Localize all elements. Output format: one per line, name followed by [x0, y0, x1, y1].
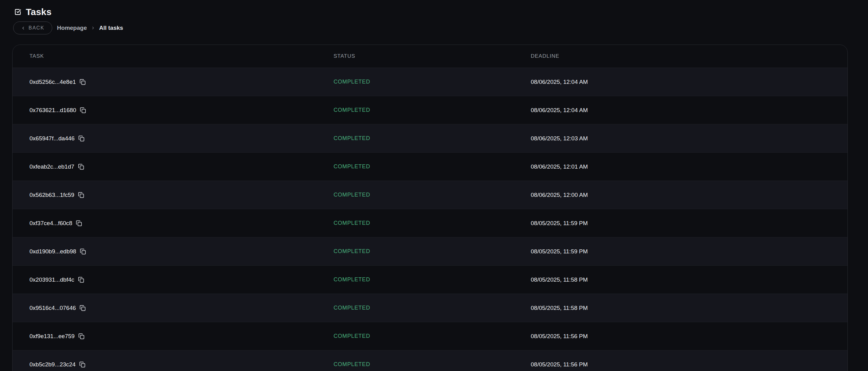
- breadcrumb-homepage[interactable]: Homepage: [57, 25, 87, 31]
- status-badge: COMPLETED: [334, 361, 370, 367]
- deadline-cell: 08/06/2025, 12:04 AM: [531, 79, 831, 85]
- copy-icon[interactable]: [78, 333, 85, 339]
- copy-icon[interactable]: [76, 220, 82, 226]
- task-cell: 0x562b63...1fc59: [30, 192, 334, 198]
- status-badge: COMPLETED: [334, 135, 370, 141]
- status-badge: COMPLETED: [334, 248, 370, 254]
- table-row[interactable]: 0x203931...dbf4c COMPLETED 08/05/2025, 1…: [12, 265, 847, 293]
- nav-row: BACK Homepage All tasks: [13, 22, 868, 34]
- status-badge: COMPLETED: [334, 163, 370, 169]
- task-cell: 0xf9e131...ee759: [30, 333, 334, 340]
- copy-icon[interactable]: [78, 277, 84, 283]
- task-cell: 0x763621...d1680: [30, 107, 334, 114]
- status-cell: COMPLETED: [334, 220, 531, 226]
- table-row[interactable]: 0x763621...d1680 COMPLETED 08/06/2025, 1…: [12, 96, 847, 124]
- task-cell: 0x65947f...da446: [30, 135, 334, 142]
- table-row[interactable]: 0x9516c4...07646 COMPLETED 08/05/2025, 1…: [12, 293, 847, 322]
- deadline-text: 08/05/2025, 11:56 PM: [531, 361, 588, 368]
- status-cell: COMPLETED: [334, 305, 531, 311]
- deadline-text: 08/05/2025, 11:58 PM: [531, 305, 588, 311]
- back-label: BACK: [29, 26, 44, 30]
- task-id: 0x203931...dbf4c: [30, 276, 74, 283]
- chevron-right-icon: [91, 26, 95, 30]
- status-cell: COMPLETED: [334, 192, 531, 198]
- deadline-text: 08/05/2025, 11:59 PM: [531, 220, 588, 226]
- task-cell: 0xd5256c...4e8e1: [30, 79, 334, 85]
- square-check-icon: [14, 9, 21, 16]
- copy-icon[interactable]: [80, 305, 86, 311]
- breadcrumb: Homepage All tasks: [57, 25, 123, 31]
- task-id: 0xfeab2c...eb1d7: [30, 163, 74, 170]
- task-id: 0xd5256c...4e8e1: [30, 79, 76, 85]
- task-cell: 0xd190b9...edb98: [30, 248, 334, 255]
- status-badge: COMPLETED: [334, 220, 370, 226]
- status-cell: COMPLETED: [334, 163, 531, 170]
- status-cell: COMPLETED: [334, 107, 531, 113]
- task-id: 0x562b63...1fc59: [30, 192, 74, 198]
- deadline-cell: 08/05/2025, 11:56 PM: [531, 361, 831, 368]
- status-badge: COMPLETED: [334, 276, 370, 283]
- task-id: 0x65947f...da446: [30, 135, 75, 142]
- tasks-page: Tasks BACK Homepage All tasks TASK STATU…: [0, 0, 868, 371]
- deadline-cell: 08/05/2025, 11:58 PM: [531, 305, 831, 311]
- deadline-text: 08/05/2025, 11:59 PM: [531, 248, 588, 255]
- deadline-cell: 08/06/2025, 12:04 AM: [531, 107, 831, 114]
- copy-icon[interactable]: [78, 164, 84, 170]
- status-cell: COMPLETED: [334, 276, 531, 283]
- column-header-task: TASK: [30, 53, 334, 59]
- table-row[interactable]: 0x562b63...1fc59 COMPLETED 08/06/2025, 1…: [12, 181, 847, 209]
- task-id: 0x9516c4...07646: [30, 305, 76, 311]
- breadcrumb-all-tasks: All tasks: [99, 25, 123, 31]
- status-cell: COMPLETED: [334, 248, 531, 255]
- task-cell: 0xb5c2b9...23c24: [30, 361, 334, 368]
- status-cell: COMPLETED: [334, 79, 531, 85]
- deadline-text: 08/05/2025, 11:56 PM: [531, 333, 588, 339]
- status-cell: COMPLETED: [334, 361, 531, 368]
- deadline-text: 08/06/2025, 12:04 AM: [531, 79, 588, 85]
- chevron-left-icon: [21, 26, 26, 30]
- task-cell: 0x203931...dbf4c: [30, 276, 334, 283]
- copy-icon[interactable]: [78, 135, 85, 142]
- deadline-cell: 08/06/2025, 12:01 AM: [531, 163, 831, 170]
- task-id: 0xf9e131...ee759: [30, 333, 75, 340]
- status-badge: COMPLETED: [334, 107, 370, 113]
- status-cell: COMPLETED: [334, 333, 531, 339]
- table-header-row: TASK STATUS DEADLINE: [12, 45, 847, 68]
- deadline-text: 08/06/2025, 12:04 AM: [531, 107, 588, 113]
- table-row[interactable]: 0xf9e131...ee759 COMPLETED 08/05/2025, 1…: [12, 322, 847, 350]
- tasks-table-card: TASK STATUS DEADLINE 0xd5256c...4e8e1 CO…: [12, 44, 848, 371]
- status-badge: COMPLETED: [334, 333, 370, 339]
- deadline-text: 08/06/2025, 12:01 AM: [531, 163, 588, 170]
- task-id: 0xd190b9...edb98: [30, 248, 76, 255]
- back-button[interactable]: BACK: [13, 22, 52, 34]
- deadline-text: 08/05/2025, 11:58 PM: [531, 276, 588, 283]
- table-row[interactable]: 0xfeab2c...eb1d7 COMPLETED 08/06/2025, 1…: [12, 152, 847, 181]
- task-id: 0xb5c2b9...23c24: [30, 361, 75, 368]
- column-header-deadline: DEADLINE: [531, 53, 831, 59]
- table-row[interactable]: 0xb5c2b9...23c24 COMPLETED 08/05/2025, 1…: [12, 350, 847, 371]
- status-cell: COMPLETED: [334, 135, 531, 142]
- copy-icon[interactable]: [80, 107, 86, 113]
- copy-icon[interactable]: [79, 362, 85, 368]
- page-header: Tasks: [0, 0, 868, 17]
- deadline-cell: 08/05/2025, 11:59 PM: [531, 248, 831, 255]
- copy-icon[interactable]: [78, 192, 84, 198]
- deadline-cell: 08/05/2025, 11:59 PM: [531, 220, 831, 227]
- task-cell: 0x9516c4...07646: [30, 305, 334, 311]
- task-id: 0xf37ce4...f60c8: [30, 220, 72, 227]
- copy-icon[interactable]: [80, 79, 86, 85]
- table-row[interactable]: 0x65947f...da446 COMPLETED 08/06/2025, 1…: [12, 124, 847, 152]
- task-id: 0x763621...d1680: [30, 107, 76, 114]
- table-row[interactable]: 0xd5256c...4e8e1 COMPLETED 08/06/2025, 1…: [12, 68, 847, 96]
- deadline-cell: 08/05/2025, 11:58 PM: [531, 276, 831, 283]
- page-title: Tasks: [26, 7, 52, 17]
- deadline-cell: 08/06/2025, 12:00 AM: [531, 192, 831, 198]
- task-cell: 0xf37ce4...f60c8: [30, 220, 334, 227]
- deadline-cell: 08/05/2025, 11:56 PM: [531, 333, 831, 340]
- status-badge: COMPLETED: [334, 192, 370, 198]
- table-row[interactable]: 0xd190b9...edb98 COMPLETED 08/05/2025, 1…: [12, 237, 847, 265]
- table-body: 0xd5256c...4e8e1 COMPLETED 08/06/2025, 1…: [12, 68, 847, 371]
- copy-icon[interactable]: [80, 248, 86, 255]
- table-row[interactable]: 0xf37ce4...f60c8 COMPLETED 08/05/2025, 1…: [12, 209, 847, 237]
- deadline-text: 08/06/2025, 12:03 AM: [531, 135, 588, 142]
